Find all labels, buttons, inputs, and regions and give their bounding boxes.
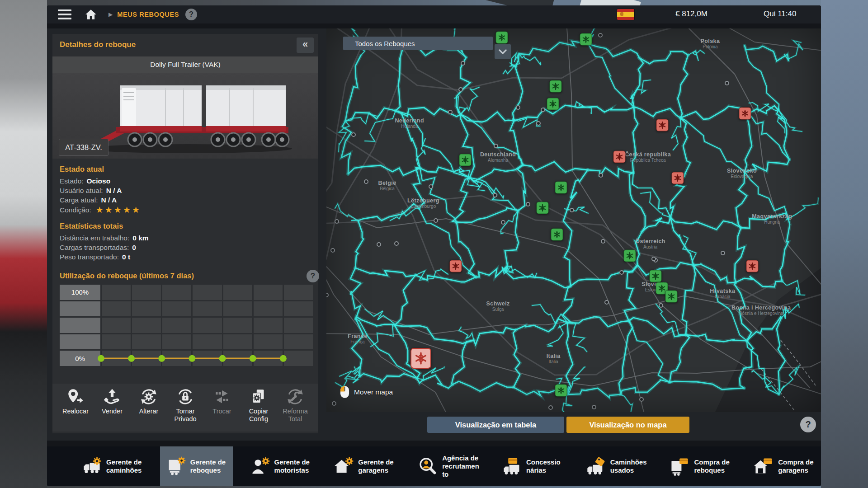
map-view-button[interactable]: Visualização no mapa <box>566 417 689 433</box>
copy-config-icon <box>249 387 268 406</box>
truck-manager-icon <box>82 456 102 476</box>
trailer-marker-red[interactable] <box>739 107 751 119</box>
action-label: Copiar Config <box>241 408 276 423</box>
trailer-marker-green[interactable] <box>555 182 567 194</box>
snowflake-icon <box>462 156 469 164</box>
chart-cell <box>132 334 161 350</box>
move-map-hint: Mover mapa <box>340 385 393 399</box>
action-swap-button: Trocar <box>204 387 240 429</box>
info-label: Carga atual: <box>60 195 98 205</box>
chart-cell <box>132 318 161 333</box>
map-help-button[interactable]: ? <box>800 417 816 432</box>
snowflake-icon <box>667 293 675 300</box>
info-label: Cargas transportadas: <box>60 243 129 252</box>
action-modify-button[interactable]: Alterar <box>131 387 166 429</box>
info-row: Usuário atual:N / A <box>60 186 311 195</box>
chart-cell <box>223 301 252 317</box>
trailer-marker-red[interactable] <box>613 150 625 163</box>
trailer-marker-green[interactable] <box>649 270 661 282</box>
trailer-image: AT-338-ZV. <box>52 73 318 159</box>
nav-item-garage-manager[interactable]: Gerente de garagens <box>328 446 401 486</box>
trailer-marker-green[interactable] <box>580 33 592 45</box>
dropdown-expand-button[interactable] <box>495 44 511 59</box>
nav-item-trailer-manager[interactable]: Gerente de reboques <box>160 446 233 486</box>
chart-cell <box>102 301 131 317</box>
trailer-marker-green[interactable] <box>549 80 561 93</box>
snowflake-icon <box>557 184 565 192</box>
trailer-marker-green[interactable] <box>551 228 563 240</box>
nav-item-trailer-purchase[interactable]: Compra de reboques <box>664 446 737 486</box>
nav-item-label: Gerente de motoristas <box>274 458 311 474</box>
nav-item-recruitment[interactable]: Agência de recrutamento <box>412 446 485 486</box>
breadcrumb: MEUS REBOQUES <box>117 11 179 18</box>
trailer-marker-green[interactable] <box>547 98 559 110</box>
top-bar: ▶ MEUS REBOQUES ? € 812,0M Qui 11:40 <box>47 5 821 23</box>
chart-axis-cell <box>60 301 100 317</box>
nav-item-driver-manager[interactable]: Gerente de motoristas <box>244 446 317 486</box>
breadcrumb-arrow-icon: ▶ <box>108 11 113 18</box>
action-sell-button[interactable]: Vender <box>94 387 130 429</box>
panel-header: Detalhes do reboque « <box>52 34 318 56</box>
action-lock-button[interactable]: Tornar Privado <box>168 387 203 429</box>
trailer-marker-red[interactable] <box>656 119 668 131</box>
nav-item-garage-purchase[interactable]: Compra de garagens <box>748 446 821 486</box>
nav-item-truck-manager[interactable]: Gerente de caminhões <box>76 446 149 486</box>
action-label: Reforma Total <box>278 408 313 423</box>
chart-axis-cell: 100% <box>60 285 100 300</box>
action-label: Trocar <box>212 408 231 415</box>
chart-cell <box>162 351 191 366</box>
screen: ▶ MEUS REBOQUES ? € 812,0M Qui 11:40 Det… <box>0 0 868 488</box>
condition-row: Condição: ★★★★★ <box>60 205 311 216</box>
home-button[interactable] <box>83 8 99 21</box>
chart-cell <box>193 285 222 300</box>
trailer-marker-green[interactable] <box>459 154 472 166</box>
chart-cell <box>284 301 313 317</box>
dealer-icon <box>502 456 522 476</box>
info-value: N / A <box>106 186 122 195</box>
trailer-marker-red[interactable] <box>671 172 684 184</box>
menu-button[interactable] <box>58 9 71 19</box>
collapse-panel-button[interactable]: « <box>297 38 314 53</box>
background-sky <box>821 0 868 488</box>
nav-item-label: Gerente de reboques <box>190 458 227 474</box>
snowflake-icon <box>658 284 665 292</box>
lock-icon <box>176 387 195 406</box>
action-copy-config-button[interactable]: Copiar Config <box>241 387 276 429</box>
section-title-stats: Estatísticas totais <box>60 222 311 230</box>
info-value: 0 km <box>132 233 148 243</box>
info-row: Estado:Ocioso <box>60 176 311 186</box>
action-label: Alterar <box>139 408 159 415</box>
action-bar: Realocar Vender Alterar Tornar Privado T… <box>52 384 318 432</box>
utilization-help-button[interactable]: ? <box>307 270 319 282</box>
trailer-marker-green[interactable] <box>537 202 549 214</box>
nav-item-dealer[interactable]: Concessionárias <box>496 446 569 486</box>
nav-item-used-trucks[interactable]: Caminhões usados <box>580 446 653 486</box>
snowflake-icon <box>582 35 590 43</box>
license-plate: AT-338-ZV. <box>59 139 108 156</box>
utilization-title: Utilização do reboque (últimos 7 dias) <box>60 272 311 280</box>
trailer-marker-selected[interactable] <box>410 348 431 369</box>
snowflake-icon <box>557 387 565 394</box>
sell-icon <box>103 387 122 406</box>
content-panel: Detalhes do reboque « Dolly Full Trailer… <box>47 28 821 441</box>
trailer-filter-dropdown[interactable]: Todos os Reboques <box>343 37 493 50</box>
trailer-marker-red[interactable] <box>746 260 758 272</box>
relocate-icon <box>66 387 85 406</box>
action-relocate-button[interactable]: Realocar <box>58 387 93 429</box>
breadcrumb-help-button[interactable]: ? <box>185 9 197 20</box>
map-view[interactable]: Nederland HolandaDeutschland AlemanhaBel… <box>326 28 821 412</box>
trailer-marker-green[interactable] <box>496 32 508 44</box>
info-label: Estado: <box>60 176 84 186</box>
trailer-marker-red[interactable] <box>449 260 462 272</box>
chart-cell <box>132 351 161 366</box>
chart-cell <box>223 285 252 300</box>
table-view-button[interactable]: Visualização em tabela <box>427 417 564 433</box>
info-value: 0 <box>132 243 136 252</box>
snowflake-icon <box>651 272 659 280</box>
trailer-marker-green[interactable] <box>665 291 677 303</box>
trailer-marker-green[interactable] <box>623 249 636 262</box>
chart-cell <box>193 301 222 317</box>
nav-item-label: Caminhões usados <box>610 458 647 474</box>
chart-axis-cell <box>60 318 100 333</box>
trailer-marker-green[interactable] <box>555 385 567 397</box>
